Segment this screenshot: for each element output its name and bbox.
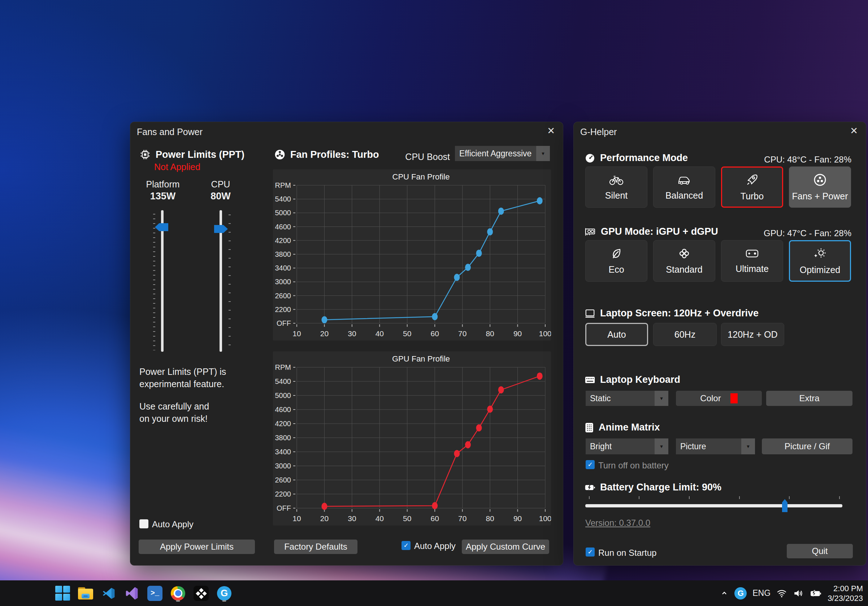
svg-text:90: 90 (513, 514, 522, 522)
svg-text:10: 10 (293, 514, 301, 522)
cpu-slider-thumb[interactable] (214, 225, 228, 233)
svg-text:3400: 3400 (275, 448, 291, 456)
svg-text:2600: 2600 (275, 476, 291, 484)
power-limits-header: Power Limits (PPT) (140, 149, 245, 160)
gpu-tile-eco[interactable]: Eco (585, 240, 647, 282)
gpu-tile-optimized[interactable]: Optimized (789, 240, 851, 282)
gpu-fan-chart-panel: GPU Fan ProfileRPM5400500046004200380034… (273, 352, 551, 525)
battery-slider-thumb[interactable] (782, 499, 787, 512)
keyboard-mode-dropdown[interactable]: Static ▾ (586, 391, 668, 406)
svg-text:2200: 2200 (275, 305, 291, 313)
anime-matrix-header: Anime Matrix (584, 422, 660, 433)
cpu-boost-dropdown[interactable]: Efficient Aggressive ▾ (455, 146, 550, 161)
rocket-icon (745, 173, 759, 187)
dropdown-arrow-icon[interactable]: ▾ (741, 439, 755, 454)
cpu-limit-value: 80W (199, 191, 242, 202)
mode-tile-balanced[interactable]: Balanced (653, 166, 715, 208)
svg-text:2600: 2600 (275, 292, 291, 300)
anime-battery-label: Turn off on battery (598, 460, 669, 471)
fan-icon (813, 173, 827, 187)
platform-label: Platform (141, 179, 184, 190)
tray-ghelper-icon[interactable]: G (735, 587, 747, 600)
gpu-tile-label: Optimized (800, 265, 840, 275)
mode-tile-silent[interactable]: Silent (585, 166, 647, 208)
quit-button[interactable]: Quit (787, 544, 853, 558)
platform-slider-thumb[interactable] (155, 223, 168, 231)
cpu-slider-ticks (229, 214, 231, 350)
battery-slider-track[interactable] (585, 504, 842, 507)
version-link[interactable]: Version: 0.37.0.0 (585, 518, 650, 528)
fans-and-power-window: Fans and Power ✕ Power Limits (PPT) Not … (130, 122, 563, 566)
gpu-mode-header-label: GPU Mode: iGPU + dGPU (601, 226, 718, 237)
gpu-tile-label: Eco (608, 264, 624, 275)
laptop-keyboard-header: Laptop Keyboard (584, 374, 680, 385)
running-indicator (176, 600, 180, 602)
mode-tile-turbo[interactable]: Turbo (721, 166, 783, 208)
svg-text:CPU Fan Profile: CPU Fan Profile (392, 172, 450, 181)
mode-tile-label: Balanced (665, 190, 703, 201)
file-explorer-button[interactable] (77, 585, 94, 602)
close-icon[interactable]: ✕ (547, 125, 555, 136)
visual-studio-button[interactable] (124, 585, 140, 602)
screen-option-auto[interactable]: Auto (585, 323, 648, 346)
keyboard-color-button[interactable]: Color (676, 391, 762, 406)
language-indicator[interactable]: ENG (752, 588, 770, 598)
anime-mode-dropdown[interactable]: Picture ▾ (676, 439, 755, 454)
mode-tile-fans-power[interactable]: Fans + Power (789, 166, 851, 208)
run-on-startup-checkbox[interactable]: ✓ (586, 547, 595, 556)
gauge-icon (584, 153, 595, 164)
svg-text:70: 70 (458, 329, 467, 338)
svg-text:3400: 3400 (275, 264, 291, 272)
taskbar-clock[interactable]: 2:00 PM 3/23/2023 (828, 584, 863, 603)
anime-picture-gif-button[interactable]: Picture / Gif (762, 439, 852, 454)
dropdown-arrow-icon[interactable]: ▾ (655, 391, 668, 406)
mode-tile-label: Fans + Power (792, 191, 848, 201)
screen-option-60hz[interactable]: 60Hz (653, 323, 717, 346)
volume-icon[interactable] (793, 589, 804, 598)
ghelper-taskbar-button[interactable]: G (216, 585, 232, 602)
cpu-fan-profile-chart[interactable]: CPU Fan ProfileRPM5400500046004200380034… (273, 169, 551, 341)
cpu-limit-label: CPU (199, 179, 242, 190)
keyboard-extra-button[interactable]: Extra (766, 391, 852, 406)
fans-window-titlebar[interactable]: Fans and Power ✕ (130, 122, 563, 139)
svg-text:4600: 4600 (275, 406, 291, 414)
svg-text:5000: 5000 (275, 392, 291, 400)
wifi-icon[interactable] (776, 589, 787, 598)
tidal-button[interactable] (193, 585, 209, 602)
powershell-button[interactable]: >_ (147, 585, 163, 602)
power-auto-apply-checkbox[interactable] (140, 519, 149, 529)
curve-auto-apply-checkbox[interactable]: ✓ (401, 541, 411, 550)
battery-tray-icon[interactable] (809, 589, 822, 598)
svg-text:2200: 2200 (275, 490, 291, 498)
apply-power-limits-button[interactable]: Apply Power Limits (139, 539, 255, 554)
fan-profiles-header-label: Fan Profiles: Turbo (290, 149, 379, 160)
power-limits-header-label: Power Limits (PPT) (156, 149, 245, 160)
screen-option-label: 120Hz + OD (727, 329, 777, 340)
performance-mode-header-label: Performance Mode (600, 152, 688, 164)
dropdown-arrow-icon[interactable]: ▾ (655, 439, 668, 454)
cpu-fan-chart-panel: CPU Fan ProfileRPM5400500046004200380034… (273, 169, 551, 341)
tray-chevron-up-icon[interactable] (720, 589, 728, 598)
keyboard-icon (584, 376, 595, 384)
start-button[interactable] (54, 585, 71, 602)
svg-text:30: 30 (348, 329, 356, 338)
power-limits-status: Not Applied (154, 162, 200, 172)
svg-text:20: 20 (320, 329, 329, 338)
platform-slider-track[interactable] (161, 210, 164, 352)
dropdown-arrow-icon[interactable]: ▾ (536, 146, 550, 161)
ghelper-window: G-Helper ✕ Performance Mode CPU: 48°C - … (574, 122, 866, 566)
gpu-tile-ultimate[interactable]: Ultimate (721, 240, 783, 282)
gpu-tile-standard[interactable]: Standard (653, 240, 715, 282)
apply-custom-curve-button[interactable]: Apply Custom Curve (462, 539, 549, 554)
vscode-button[interactable] (101, 585, 117, 602)
factory-defaults-button[interactable]: Factory Defaults (274, 539, 358, 554)
svg-text:5000: 5000 (275, 209, 291, 217)
chrome-button[interactable] (170, 585, 186, 602)
close-icon[interactable]: ✕ (850, 125, 858, 136)
anime-brightness-dropdown[interactable]: Bright ▾ (586, 439, 668, 454)
anime-battery-checkbox[interactable]: ✓ (586, 460, 595, 469)
screen-option-120hz-od[interactable]: 120Hz + OD (721, 323, 784, 346)
ghelper-titlebar[interactable]: G-Helper ✕ (574, 122, 866, 139)
screen-option-label: Auto (607, 329, 626, 340)
gpu-fan-profile-chart[interactable]: GPU Fan ProfileRPM5400500046004200380034… (273, 352, 551, 525)
